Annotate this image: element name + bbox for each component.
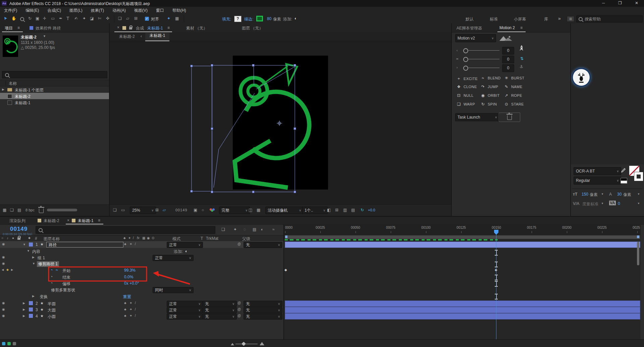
motion-button-clone[interactable]: ❖CLONE [457, 84, 477, 89]
comp-tab-close-icon[interactable]: × [117, 25, 119, 30]
trim-paths-label[interactable]: 修剪路径 1 [37, 261, 59, 267]
tab-motion2[interactable]: Motion 2 [499, 25, 515, 30]
motion-button-excite[interactable]: ＋EXCITE [457, 76, 478, 81]
flowchart-button-icon[interactable]: ▤ [351, 208, 355, 212]
start-property-row[interactable]: ◀ ◆ ▶ ◔ ≈ 开始 99.3% [0, 267, 283, 274]
expander-icon[interactable]: ▶ [32, 256, 35, 259]
label-color-chip[interactable] [29, 307, 33, 311]
motion-button-jump[interactable]: ↷JUMP [481, 84, 498, 89]
workspace-small-screen[interactable]: 小屏幕 [514, 16, 526, 22]
timeline-vscroll[interactable] [637, 242, 639, 265]
tab-script-manager[interactable]: AE脚本管理器 [457, 25, 482, 31]
font-size-caret[interactable]: ▼ [601, 193, 604, 196]
resolution-value[interactable]: 完整 [221, 208, 229, 213]
camera-value[interactable]: 活动摄像机 [268, 208, 288, 213]
menu-effect[interactable]: 效果(T) [91, 8, 104, 13]
eye-icon[interactable]: ◉ [2, 255, 5, 259]
fill-swatch[interactable]: ? [234, 16, 241, 22]
project-item-title-caret[interactable]: ▼ [43, 34, 46, 38]
current-frame[interactable]: 00149 [10, 226, 28, 232]
slider1-mode-icon[interactable]: ‹ [457, 49, 458, 52]
workspace-overflow-button[interactable]: » [558, 16, 561, 21]
mode-dropdown[interactable]: 正常∨ [167, 301, 203, 307]
breadcrumb-comp2[interactable]: 未标题-2 [119, 34, 135, 40]
menu-view[interactable]: 视图(V) [134, 8, 148, 13]
eye-icon[interactable]: ◉ [2, 307, 5, 311]
stroke-color-swatch[interactable] [634, 172, 643, 181]
tab-comp1[interactable]: 未标题-1 [78, 218, 94, 224]
puppet-pin-tool[interactable]: ✜ [106, 16, 109, 21]
motion-button-burst[interactable]: ✳BURST [504, 76, 524, 80]
quality-toggle-icon[interactable]: / [135, 307, 136, 311]
task-launch-dropdown[interactable]: Task Launch∨ [455, 113, 499, 121]
folder-expand-icon[interactable]: ▶ [2, 88, 4, 91]
menu-edit[interactable]: 编辑(E) [25, 8, 39, 13]
mode-dropdown[interactable]: 正常∨ [167, 307, 203, 313]
snap-checkbox[interactable]: ✓ [145, 17, 149, 21]
font-style-value[interactable]: Regular [576, 178, 590, 183]
slider3-knob[interactable] [463, 66, 468, 71]
end-property-row[interactable]: ◔ 结束 0.0% [0, 274, 283, 280]
parent-value[interactable]: 无 [246, 242, 250, 248]
workspace-default[interactable]: 默认 [466, 16, 474, 22]
project-trash-icon[interactable] [39, 208, 44, 213]
project-item-thumbnail[interactable] [3, 36, 18, 57]
time-ruler[interactable]: 0000 00025 00050 00075 00100 00125 00150… [284, 224, 641, 235]
font-style-dropdown[interactable]: Regular∨ [574, 177, 621, 185]
collapse-toggle-icon[interactable]: ✦ [129, 242, 132, 246]
zoom-out-mountain-icon[interactable] [231, 343, 234, 345]
end-value[interactable]: 0.0% [124, 275, 133, 279]
eyedropper-icon[interactable] [620, 168, 626, 174]
tab-effect-controls[interactable]: 效果控件 路径 [36, 25, 61, 31]
parent-pickwhip-icon[interactable]: @ [237, 301, 241, 305]
eye-icon[interactable]: ◉ [2, 314, 5, 318]
expander-icon[interactable]: ▶ [32, 294, 35, 298]
expander-icon[interactable]: ▼ [23, 243, 26, 246]
collapse-toggle-icon[interactable]: ✦ [129, 301, 132, 305]
project-item-label[interactable]: 未标题-2 [15, 94, 31, 99]
layer-name[interactable]: 路径 [49, 242, 57, 248]
contents-row[interactable]: ▼ 内容 添加: ◐ [0, 248, 283, 254]
kerning-value[interactable]: 度量标准 [582, 201, 598, 207]
start-label[interactable]: 开始 [62, 268, 70, 274]
shy-toggle-icon[interactable]: ♣ [124, 242, 126, 246]
project-item-label[interactable]: 未标题-1 [15, 100, 31, 106]
view-layout-dropdown[interactable]: 1个..∨ [302, 207, 328, 214]
timeline-panel-menu-icon[interactable]: ≡ [98, 218, 100, 223]
motion-button-warp[interactable]: ❏WARP [457, 102, 475, 107]
contents-label[interactable]: 内容 [32, 249, 40, 255]
slider2-knob[interactable] [463, 57, 468, 62]
trkmat-dropdown[interactable]: 无∨ [203, 307, 237, 313]
frame-blending-icon[interactable]: ▤ [253, 227, 256, 232]
label-color-chip[interactable] [29, 314, 33, 318]
breadcrumb-comp1-tab[interactable]: 未标题-1 [145, 33, 169, 41]
group-blend-value[interactable]: 正常 [155, 255, 163, 261]
quality-toggle-icon[interactable]: / [135, 314, 136, 318]
trim-multiple-value[interactable]: 同时 [155, 287, 163, 293]
transform-row[interactable]: ▶ 变换 重置 [0, 293, 283, 299]
add-shape-button[interactable]: ◐ [294, 16, 297, 21]
comp-tab-lock-icon[interactable] [129, 27, 132, 29]
project-row-comp2[interactable]: 未标题-2 [0, 93, 109, 99]
eye-icon[interactable]: ◉ [2, 242, 5, 246]
draft-3d-icon[interactable]: ✦ [233, 227, 237, 232]
tab-layer[interactable]: 图层 （无） [242, 25, 263, 31]
minimize-button[interactable]: ─ [602, 1, 605, 5]
project-panel-menu-icon[interactable]: ≡ [17, 25, 20, 30]
clone-stamp-tool[interactable]: ✦ [83, 16, 86, 21]
slider2-mode-icon[interactable]: ≍ [456, 57, 459, 61]
pen-tool[interactable]: ✒ [59, 16, 62, 21]
menu-window[interactable]: 窗口 [156, 8, 164, 13]
project-column-name[interactable]: 名称 [9, 81, 17, 86]
toggle-expand-icon[interactable] [2, 342, 5, 345]
mode-dropdown[interactable]: 正常∨ [167, 314, 203, 320]
eye-icon[interactable]: ◉ [2, 301, 5, 305]
fill-label[interactable]: 填充: [222, 16, 231, 22]
layer-name-field[interactable]: 路径 [46, 242, 123, 248]
motion-preset-dropdown[interactable]: Motion v2∨ [455, 34, 496, 42]
expander-icon[interactable]: ▶ [23, 301, 25, 305]
project-item-label[interactable]: 未标题-1 个图层 [15, 87, 44, 93]
motion-blur-icon[interactable]: ◐ [261, 227, 263, 232]
trim-multiple-row[interactable]: 修剪多重形状 同时∨ [0, 286, 283, 293]
parent-pickwhip-icon[interactable]: @ [237, 314, 241, 318]
